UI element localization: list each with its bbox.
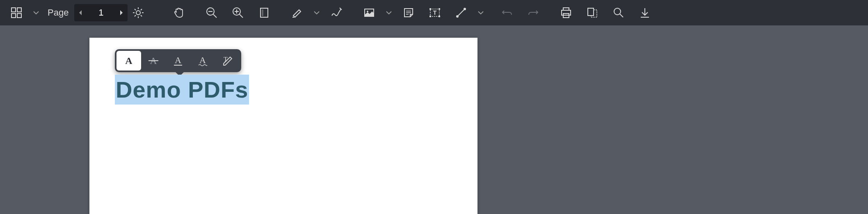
svg-rect-23 (439, 16, 440, 17)
redact-annotation-button[interactable]: T (215, 51, 240, 71)
svg-point-15 (367, 11, 368, 12)
search-icon (612, 7, 625, 19)
redact-icon: T (221, 55, 233, 67)
next-page-button[interactable] (115, 4, 128, 21)
highlight-annotation-button[interactable]: A (116, 51, 141, 71)
chevron-right-icon (119, 10, 123, 16)
pan-tool-button[interactable] (167, 2, 191, 23)
svg-rect-1 (17, 8, 21, 12)
page-navigation (74, 4, 128, 21)
download-button[interactable] (633, 2, 657, 23)
print-button[interactable] (554, 2, 578, 23)
squiggly-annotation-button[interactable]: A (190, 51, 215, 71)
svg-rect-20 (429, 8, 431, 10)
svg-point-32 (614, 8, 621, 15)
text-box-icon: T (429, 7, 441, 19)
strikethrough-a-icon: A (147, 55, 160, 67)
svg-point-4 (136, 11, 140, 15)
hand-icon (173, 7, 185, 19)
svg-rect-13 (262, 9, 263, 16)
svg-rect-2 (11, 14, 16, 18)
strikethrough-annotation-button[interactable]: A (141, 51, 166, 71)
svg-text:A: A (125, 55, 132, 66)
main-toolbar: Page of 5 (0, 0, 868, 25)
copy-icon (586, 7, 598, 19)
print-icon (560, 7, 572, 19)
chevron-down-icon (314, 11, 320, 14)
chevron-down-icon (33, 11, 39, 14)
image-dropdown[interactable] (383, 2, 395, 23)
text-tool-button[interactable]: T (423, 2, 447, 23)
undo-icon (501, 7, 513, 19)
undo-button[interactable] (495, 2, 519, 23)
highlight-tool-button[interactable] (285, 2, 309, 23)
prev-page-button[interactable] (74, 4, 87, 21)
svg-line-33 (620, 14, 623, 17)
svg-line-27 (458, 10, 464, 16)
zoom-out-icon (206, 7, 218, 19)
svg-text:T: T (433, 9, 437, 16)
chevron-down-icon (386, 11, 392, 14)
settings-button[interactable] (129, 2, 147, 23)
ink-tool-button[interactable] (324, 2, 349, 23)
gear-icon (132, 7, 144, 19)
squiggly-a-icon: A (196, 55, 209, 67)
copy-button[interactable] (580, 2, 605, 23)
chevron-down-icon (478, 11, 484, 14)
svg-rect-3 (17, 14, 21, 18)
fit-width-button[interactable] (252, 2, 276, 23)
svg-rect-22 (429, 16, 431, 17)
redo-icon (527, 7, 539, 19)
line-tool-button[interactable] (449, 2, 473, 23)
document-page[interactable]: A A A A (89, 38, 477, 214)
svg-rect-12 (260, 8, 268, 17)
ink-icon (330, 7, 343, 19)
document-title: Demo PDFs (116, 77, 248, 102)
zoom-in-button[interactable] (226, 2, 250, 23)
selected-text[interactable]: Demo PDFs (115, 75, 249, 105)
image-icon (363, 7, 375, 19)
zoom-in-icon (232, 7, 244, 19)
svg-rect-0 (11, 8, 16, 12)
svg-rect-21 (439, 8, 440, 10)
chevron-left-icon (78, 10, 82, 16)
svg-line-9 (240, 14, 243, 18)
highlight-dropdown[interactable] (311, 2, 322, 23)
line-dropdown[interactable] (475, 2, 487, 23)
redo-button[interactable] (521, 2, 546, 23)
thumbnails-button[interactable] (4, 2, 29, 23)
thumbnails-dropdown[interactable] (30, 2, 42, 23)
workspace: A A A A (0, 25, 868, 214)
underline-annotation-button[interactable]: A (166, 51, 190, 71)
page-label: Page (43, 7, 73, 18)
search-button[interactable] (606, 2, 631, 23)
highlight-a-icon: A (123, 55, 135, 67)
image-tool-button[interactable] (357, 2, 381, 23)
svg-rect-31 (588, 8, 594, 16)
download-icon (639, 7, 651, 19)
highlighter-icon (291, 7, 303, 19)
zoom-out-button[interactable] (199, 2, 224, 23)
underline-a-icon: A (172, 55, 184, 67)
thumbnails-icon (11, 7, 22, 18)
page-input[interactable] (87, 4, 115, 21)
svg-text:A: A (199, 55, 206, 65)
text-annotation-popup: A A A A (115, 49, 241, 72)
fit-icon (258, 7, 270, 19)
svg-text:A: A (175, 55, 181, 65)
note-icon (402, 7, 415, 19)
note-tool-button[interactable] (396, 2, 421, 23)
svg-line-6 (213, 14, 217, 18)
line-icon (455, 7, 467, 19)
